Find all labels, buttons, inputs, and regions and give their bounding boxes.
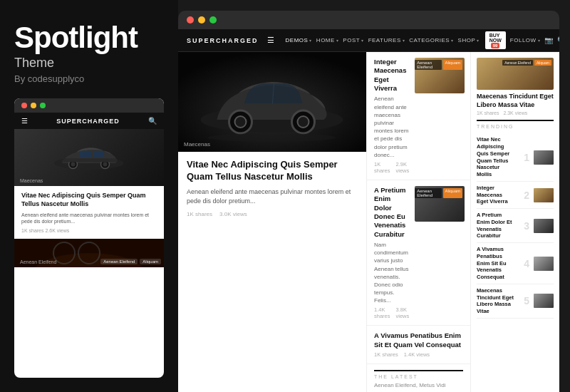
mini-tag-2: Aliquam bbox=[140, 259, 161, 264]
trending-item-1: Vitae Nec Adipiscing Quis Semper Quam Te… bbox=[477, 133, 554, 182]
trending-item-3-num: 3 bbox=[518, 220, 529, 232]
trending-item-1-thumb bbox=[534, 150, 554, 165]
mini-bottom-card: Aenean Eleifend Aenean Eleifend Aliquam bbox=[14, 239, 164, 267]
latest-meta: Aenean Eleifend, Metus Vidi bbox=[374, 382, 463, 388]
svg-point-2 bbox=[71, 162, 76, 166]
feature-column: Maecenas Vitae Nec Adipiscing Quis Sempe… bbox=[178, 52, 367, 392]
buy-badge: 99 bbox=[491, 43, 500, 48]
trending-item-5-thumb bbox=[534, 294, 554, 308]
trending-top-shares: 1K shares bbox=[477, 110, 499, 115]
trending-item-2: Integer Maecenas Eget Viverra 2 bbox=[477, 182, 554, 209]
nav-item-features[interactable]: FEATURES ▾ bbox=[368, 37, 405, 43]
trending-item-3-thumb bbox=[534, 219, 554, 233]
trending-item-5: Maecenas Tincidunt Eget Libero Massa Vit… bbox=[477, 284, 554, 319]
article-item-2: A Pretium Enim Dolor Donec Eu Venenatis … bbox=[367, 180, 470, 326]
article-2-stats: 1.4K shares 3.8K views bbox=[374, 306, 409, 319]
buy-now-button[interactable]: BUY NOW 99 bbox=[485, 31, 506, 49]
mini-hamburger-icon: ☰ bbox=[21, 117, 28, 125]
article-3-stats: 1K shares 1.4K views bbox=[374, 351, 463, 358]
svg-point-4 bbox=[103, 162, 108, 166]
trending-label: TRENDING bbox=[477, 120, 554, 129]
mini-tag-1: Aenean Eleifend bbox=[100, 259, 138, 264]
trending-item-2-num: 2 bbox=[518, 190, 529, 201]
feature-stats: 1K shares 3.0K views bbox=[187, 211, 358, 217]
trending-item-3-title: A Pretium Enim Dolor Et Venenatis Curabi… bbox=[477, 212, 514, 239]
feature-desc: Aenean eleifend ante maecenas pulvinar m… bbox=[187, 187, 358, 207]
nav-item-post[interactable]: POST ▾ bbox=[343, 37, 363, 43]
article-1-desc: Aenean eleifend ante maecenas pulvinar m… bbox=[374, 95, 409, 159]
dot-green bbox=[40, 103, 46, 108]
trending-item-3-text: A Pretium Enim Dolor Et Venenatis Curabi… bbox=[477, 212, 514, 239]
trending-item-5-text: Maecenas Tincidunt Eget Libero Massa Vit… bbox=[477, 287, 514, 315]
mini-card-title: Vitae Nec Adipiscing Quis Semper Quam Te… bbox=[21, 192, 157, 208]
nav-hamburger-icon[interactable]: ☰ bbox=[267, 36, 274, 45]
article-1-title: Integer Maecenas Eget Viverra bbox=[374, 58, 409, 93]
nav-item-follow[interactable]: FOLLOW ▾ bbox=[510, 37, 540, 43]
article-1-tag-1: Aenean Eleifend bbox=[415, 60, 441, 70]
trending-item-5-title: Maecenas Tincidunt Eget Libero Massa Vit… bbox=[477, 287, 514, 315]
trending-item-1-title: Vitae Nec Adipiscing Quis Semper Quam Te… bbox=[477, 136, 514, 178]
article-1-thumb: Aenean Eleifend Aliquam bbox=[415, 58, 465, 93]
article-1-stats: 1K shares 2.9K views bbox=[374, 161, 409, 174]
trending-item-4-text: A Vivamus Penatibus Enim Sit Eu Venenati… bbox=[477, 246, 514, 281]
feature-image: Maecenas bbox=[178, 52, 366, 152]
mini-nav: ☰ SUPERCHARGED 🔍 bbox=[14, 113, 164, 129]
article-2-tag-2: Aliquam bbox=[443, 188, 463, 198]
mini-browser-content: ☰ SUPERCHARGED 🔍 bbox=[14, 113, 164, 378]
mini-card-image bbox=[14, 129, 164, 186]
trending-item-2-thumb bbox=[534, 188, 554, 202]
mini-search-icon: 🔍 bbox=[148, 117, 157, 125]
chrome-dot-red bbox=[187, 16, 194, 24]
svg-rect-6 bbox=[93, 150, 104, 157]
mini-card-desc: Aenean eleifend ante maecenas pulvinar m… bbox=[21, 212, 157, 226]
feature-shares: 1K shares bbox=[187, 211, 212, 217]
trending-item-2-text: Integer Maecenas Eget Viverra bbox=[477, 185, 514, 205]
svg-point-18 bbox=[298, 116, 309, 128]
nav-item-shop[interactable]: SHOP ▾ bbox=[458, 37, 480, 43]
mini-card-stats: 1K shares 2.6K views bbox=[21, 228, 157, 233]
trending-item-3: A Pretium Enim Dolor Et Venenatis Curabi… bbox=[477, 209, 554, 243]
mini-logo: SUPERCHARGED bbox=[56, 118, 120, 125]
site-logo: SUPERCHARGED bbox=[187, 37, 259, 44]
site-main: Maecenas Vitae Nec Adipiscing Quis Sempe… bbox=[178, 52, 559, 392]
article-1-tag-2: Aliquam bbox=[443, 60, 463, 70]
nav-right: BUY NOW 99 FOLLOW ▾ 📷 🔍 bbox=[485, 31, 559, 49]
nav-search-icon[interactable]: 🔍 bbox=[557, 36, 559, 44]
article-1-tags: Aenean Eleifend Aliquam bbox=[415, 60, 462, 70]
dot-red bbox=[21, 103, 27, 108]
svg-point-19 bbox=[208, 133, 336, 142]
articles-column: Integer Maecenas Eget Viverra Aenean ele… bbox=[367, 52, 470, 392]
trending-item-4-title: A Vivamus Penatibus Enim Sit Eu Venenati… bbox=[477, 246, 514, 281]
trending-column: Aenean Eleifend Aliquam Maecenas Tincidu… bbox=[470, 52, 559, 392]
mini-card-text: Vitae Nec Adipiscing Quis Semper Quam Te… bbox=[14, 186, 164, 239]
trending-top-tags: Aenean Eleifend Aliquam bbox=[502, 60, 551, 66]
article-3-text: A Vivamus Penatibus Enim Sit Et Quam Vel… bbox=[374, 331, 463, 358]
article-2-tag-1: Aenean Eleifend bbox=[415, 188, 441, 198]
svg-rect-5 bbox=[80, 150, 92, 157]
content-grid: Maecenas Vitae Nec Adipiscing Quis Sempe… bbox=[178, 52, 559, 392]
article-item-3: A Vivamus Penatibus Enim Sit Et Quam Vel… bbox=[367, 326, 470, 364]
mini-car-svg bbox=[46, 142, 132, 174]
chrome-dot-green bbox=[209, 16, 217, 24]
feature-text: Vitae Nec Adipiscing Quis Semper Quam Te… bbox=[178, 152, 366, 392]
latest-label: THE LATEST bbox=[374, 370, 463, 379]
trending-item-1-text: Vitae Nec Adipiscing Quis Semper Quam Te… bbox=[477, 136, 514, 178]
trending-item-1-num: 1 bbox=[518, 152, 529, 163]
trending-item-4-num: 4 bbox=[518, 258, 529, 269]
nav-instagram-icon[interactable]: 📷 bbox=[544, 36, 553, 44]
mini-browser: ☰ SUPERCHARGED 🔍 bbox=[14, 98, 164, 378]
article-item-1: Integer Maecenas Eget Viverra Aenean ele… bbox=[367, 52, 470, 180]
nav-item-home[interactable]: HOME ▾ bbox=[316, 37, 339, 43]
svg-point-16 bbox=[235, 116, 247, 128]
article-3-title: A Vivamus Penatibus Enim Sit Et Quam Vel… bbox=[374, 331, 463, 349]
article-1-shares: 1K shares bbox=[374, 161, 390, 174]
article-2-thumb: Aenean Eleifend Aliquam bbox=[415, 186, 465, 222]
article-2-shares: 1.4K shares bbox=[374, 306, 390, 319]
nav-item-demos[interactable]: DEMOS ▾ bbox=[286, 37, 312, 43]
trending-top-title: Maecenas Tincidunt Eget Libero Massa Vit… bbox=[477, 93, 554, 109]
mini-card-label: Maecenas bbox=[20, 178, 43, 183]
mini-bottom-tags: Aenean Eleifend Aliquam bbox=[100, 259, 161, 264]
site-navbar: SUPERCHARGED ☰ DEMOS ▾ HOME ▾ POST ▾ FEA… bbox=[178, 29, 559, 52]
nav-item-categories[interactable]: CATEGORIES ▾ bbox=[409, 37, 453, 43]
article-3-views: 1.4K views bbox=[404, 351, 430, 358]
